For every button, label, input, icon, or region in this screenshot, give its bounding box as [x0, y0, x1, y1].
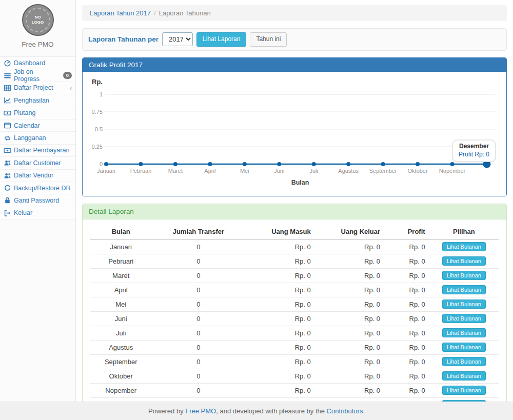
- lihat-bulanan-button[interactable]: Lihat Bulanan: [442, 343, 486, 352]
- chart-y-axis-unit: Rp.: [90, 77, 499, 87]
- table-row: Mei0Rp. 0Rp. 0Rp. 0Lihat Bulanan: [90, 297, 499, 311]
- cell-pilihan: Lihat Bulanan: [429, 297, 499, 311]
- sidebar-item-keluar[interactable]: Keluar: [0, 207, 75, 219]
- footer-link-free-pmo[interactable]: Free PMO: [185, 407, 216, 415]
- cell-bulan: Pebruari: [90, 254, 151, 268]
- sidebar-item-ganti-password[interactable]: Ganti Password: [0, 194, 75, 207]
- table-row: September0Rp. 0Rp. 0Rp. 0Lihat Bulanan: [90, 354, 499, 369]
- col-header-jumlah-transfer: Jumlah Transfer: [151, 225, 245, 239]
- y-tick-label: 0.25: [92, 143, 103, 149]
- cell-bulan: Nopember: [90, 383, 151, 397]
- table-row: Pebruari0Rp. 0Rp. 0Rp. 0Lihat Bulanan: [90, 254, 499, 268]
- lihat-bulanan-button[interactable]: Lihat Bulanan: [442, 271, 486, 280]
- cell-pilihan: Lihat Bulanan: [429, 268, 499, 283]
- report-table: Bulan Jumlah Transfer Uang Masuk Uang Ke…: [90, 225, 499, 420]
- chart-point-nopember[interactable]: [450, 162, 455, 166]
- cell-profit: Rp. 0: [384, 383, 429, 397]
- x-tick-label: Juli: [309, 168, 318, 174]
- sidebar-item-dashboard[interactable]: Dashboard: [0, 57, 75, 69]
- y-tick-label: 0.75: [92, 108, 103, 114]
- lihat-bulanan-button[interactable]: Lihat Bulanan: [442, 314, 486, 323]
- sidebar: NO LOGO Free PMO DashboardJob on Progres…: [0, 0, 76, 402]
- chart-point-agustus[interactable]: [346, 162, 350, 166]
- lihat-bulanan-button[interactable]: Lihat Bulanan: [442, 299, 486, 309]
- x-axis-title: Bulan: [291, 179, 309, 186]
- sidebar-item-piutang[interactable]: Piutang: [0, 107, 75, 119]
- cell-uang-keluar: Rp. 0: [315, 354, 384, 369]
- line-chart-icon: [4, 96, 11, 104]
- cell-uang-keluar: Rp. 0: [315, 254, 384, 268]
- table-row: Januari0Rp. 0Rp. 0Rp. 0Lihat Bulanan: [90, 239, 499, 254]
- logo-area: NO LOGO Free PMO: [0, 0, 75, 53]
- footer-link-contributors[interactable]: Contributors.: [327, 407, 365, 415]
- cell-profit: Rp. 0: [384, 340, 429, 354]
- lihat-bulanan-button[interactable]: Lihat Bulanan: [442, 371, 486, 381]
- x-tick-label: Pebruari: [130, 168, 152, 174]
- no-logo-placeholder: NO LOGO: [26, 8, 50, 32]
- footer: Powered by Free PMO, and developed with …: [0, 402, 513, 420]
- table-row: Agustus0Rp. 0Rp. 0Rp. 0Lihat Bulanan: [90, 340, 499, 354]
- table-row: Oktober0Rp. 0Rp. 0Rp. 0Lihat Bulanan: [90, 369, 499, 383]
- chart-point-oktober[interactable]: [416, 162, 420, 166]
- x-tick-label: Agustus: [338, 168, 359, 174]
- y-tick-label: 0.5: [95, 126, 103, 132]
- chart-point-april[interactable]: [208, 162, 212, 166]
- year-select[interactable]: 2017: [162, 32, 193, 46]
- chart-panel-body: Rp. 00.250.50.751JanuariPebruariMaretApr…: [83, 72, 506, 196]
- cell-uang-masuk: Rp. 0: [245, 311, 314, 326]
- lihat-laporan-button[interactable]: Lihat Laporan: [196, 32, 246, 47]
- cell-jumlah-transfer: 0: [151, 383, 245, 397]
- sidebar-item-label: Penghasilan: [14, 97, 49, 104]
- sidebar-item-daftar-pembayaran[interactable]: Daftar Pembayaran: [0, 145, 75, 157]
- refresh-icon: [4, 184, 11, 192]
- x-tick-label: September: [369, 168, 397, 174]
- page: NO LOGO Free PMO DashboardJob on Progres…: [0, 0, 513, 420]
- x-tick-label: Maret: [168, 168, 183, 174]
- breadcrumb-link-laporan-tahun[interactable]: Laporan Tahun 2017: [90, 9, 151, 17]
- cell-bulan: Januari: [90, 239, 151, 254]
- sidebar-item-daftar-vendor[interactable]: Daftar Vendor: [0, 170, 75, 182]
- users-icon: [4, 172, 11, 179]
- lihat-bulanan-button[interactable]: Lihat Bulanan: [442, 328, 486, 337]
- cell-profit: Rp. 0: [384, 369, 429, 383]
- sidebar-item-job-on-progress[interactable]: Job on Progress0: [0, 69, 75, 82]
- profit-line-chart[interactable]: 00.250.50.751JanuariPebruariMaretAprilMe…: [90, 87, 499, 188]
- cell-pilihan: Lihat Bulanan: [429, 369, 499, 383]
- x-tick-label: April: [204, 168, 215, 174]
- cell-pilihan: Lihat Bulanan: [429, 254, 499, 268]
- cell-profit: Rp. 0: [384, 354, 429, 369]
- chart-point-pebruari[interactable]: [139, 162, 143, 166]
- cell-jumlah-transfer: 0: [151, 254, 245, 268]
- lihat-bulanan-button[interactable]: Lihat Bulanan: [442, 357, 486, 366]
- count-badge: 0: [63, 72, 72, 78]
- cell-pilihan: Lihat Bulanan: [429, 239, 499, 254]
- chart-point-januari[interactable]: [104, 162, 108, 166]
- cell-uang-masuk: Rp. 0: [245, 254, 314, 268]
- sidebar-item-backup-restore-db[interactable]: Backup/Restore DB: [0, 182, 75, 194]
- sidebar-item-langganan[interactable]: Langganan: [0, 132, 75, 144]
- chart-point-juni[interactable]: [277, 162, 281, 166]
- lihat-bulanan-button[interactable]: Lihat Bulanan: [442, 242, 486, 251]
- chart-point-mei[interactable]: [243, 162, 247, 166]
- cell-uang-keluar: Rp. 0: [315, 340, 384, 354]
- lihat-bulanan-button[interactable]: Lihat Bulanan: [442, 285, 486, 294]
- lihat-bulanan-button[interactable]: Lihat Bulanan: [442, 386, 486, 395]
- cell-profit: Rp. 0: [384, 297, 429, 311]
- table-row: Juni0Rp. 0Rp. 0Rp. 0Lihat Bulanan: [90, 311, 499, 326]
- x-tick-label: Nopember: [439, 168, 466, 174]
- chart-point-juli[interactable]: [312, 162, 316, 166]
- sidebar-item-daftar-project[interactable]: Daftar Project‹: [0, 82, 75, 94]
- tahun-ini-button[interactable]: Tahun ini: [250, 32, 287, 47]
- lihat-bulanan-button[interactable]: Lihat Bulanan: [442, 256, 486, 266]
- cell-uang-keluar: Rp. 0: [315, 311, 384, 326]
- calendar-icon: [4, 122, 11, 129]
- app-logo: NO LOGO: [22, 4, 54, 36]
- chart-point-september[interactable]: [381, 162, 385, 166]
- sidebar-item-penghasilan[interactable]: Penghasilan: [0, 94, 75, 107]
- cell-jumlah-transfer: 0: [151, 268, 245, 283]
- sidebar-item-calendar[interactable]: Calendar: [0, 119, 75, 132]
- footer-text: Powered by Free PMO, and developed with …: [148, 407, 365, 415]
- cell-bulan: April: [90, 283, 151, 297]
- chart-point-maret[interactable]: [173, 162, 177, 166]
- sidebar-item-daftar-customer[interactable]: Daftar Customer: [0, 157, 75, 169]
